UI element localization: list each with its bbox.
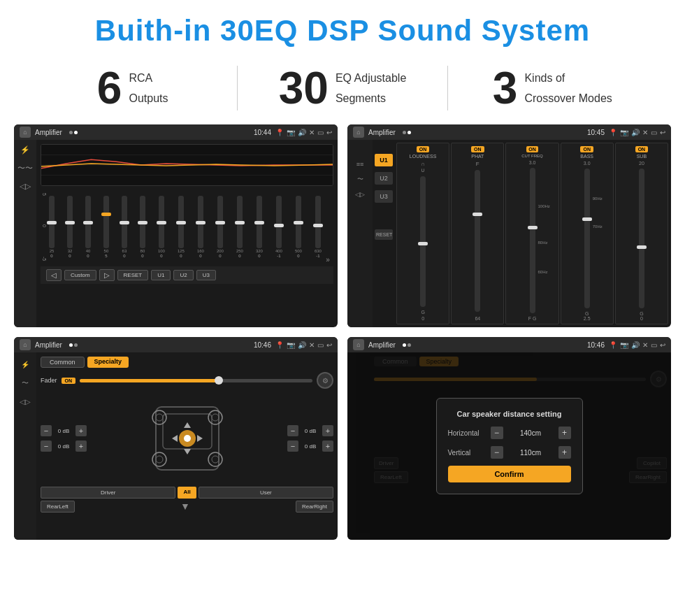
left-top-minus[interactable]: − — [41, 425, 52, 436]
eq-slider-14[interactable]: 630 -1 — [315, 196, 322, 258]
horizontal-minus[interactable]: − — [491, 427, 503, 439]
right-top-plus[interactable]: + — [322, 425, 333, 436]
sub-toggle[interactable]: ON — [635, 146, 649, 152]
camera-icon-4: 📷 — [620, 341, 628, 349]
bass-toggle[interactable]: ON — [580, 146, 593, 152]
horizontal-label: Horizontal — [448, 429, 486, 437]
vertical-plus[interactable]: + — [558, 446, 571, 459]
eq-slider-12[interactable]: 400 -1 — [275, 196, 282, 258]
vertical-minus[interactable]: − — [491, 446, 503, 459]
left-bot-plus[interactable]: + — [75, 440, 87, 452]
wave-icon[interactable]: 〜〜 — [17, 163, 33, 173]
minimize-icon: ▭ — [317, 129, 324, 136]
left-bot-minus[interactable]: − — [41, 440, 52, 452]
horizontal-row: Horizontal − 140cm + — [448, 427, 571, 439]
eq-slider-9[interactable]: 200 0 — [217, 196, 224, 258]
svg-marker-18 — [172, 435, 178, 442]
reset-button[interactable]: RESET — [375, 229, 393, 240]
stat-crossover-number: 3 — [493, 66, 518, 110]
eq-slider-3[interactable]: 50 5 — [103, 196, 109, 258]
user-btn[interactable]: User — [199, 487, 333, 499]
wave-icon-3[interactable]: 〜 — [22, 378, 29, 388]
vertical-row: Vertical − 110cm + — [448, 446, 571, 459]
cutfreq-toggle[interactable]: ON — [526, 146, 538, 152]
home-icon-4[interactable]: ⌂ — [353, 339, 364, 350]
eq-slider-8[interactable]: 160 0 — [197, 196, 204, 258]
back-icon: ↩ — [326, 129, 332, 136]
phat-toggle[interactable]: ON — [471, 146, 484, 152]
rearright-btn[interactable]: RearRight — [296, 501, 333, 513]
eq-slider-13[interactable]: 500 0 — [295, 196, 302, 258]
crossover-status-bar: ⌂ Amplifier 10:45 📍 📷 🔊 ✕ ▭ ↩ — [347, 124, 671, 140]
svg-point-11 — [156, 456, 163, 463]
eq-reset-btn[interactable]: RESET — [117, 270, 149, 280]
equalizer-icon[interactable]: ⚡ — [20, 145, 30, 155]
eq-slider-2[interactable]: 40 0 — [85, 196, 91, 258]
all-btn[interactable]: All — [178, 487, 196, 499]
stat-crossover-label1: Kinds of — [524, 66, 612, 86]
eq-screen-inner: ⚡ 〜〜 ◁▷ — [14, 140, 338, 327]
right-bot-minus[interactable]: − — [287, 440, 298, 452]
svg-point-15 — [184, 435, 191, 442]
home-icon-3[interactable]: ⌂ — [20, 339, 31, 350]
distance-title: Amplifier — [368, 341, 396, 349]
eq-slider-1[interactable]: 32 0 — [67, 196, 73, 258]
dot2 — [74, 131, 78, 134]
u2-button[interactable]: U2 — [375, 172, 393, 185]
eq-next-btn[interactable]: ▷ — [99, 269, 115, 281]
loudness-toggle[interactable]: ON — [417, 146, 430, 152]
common-tab[interactable]: Common — [41, 357, 85, 368]
u1-button[interactable]: U1 — [375, 154, 393, 166]
eq-u1-btn[interactable]: U1 — [151, 270, 171, 280]
stat-eq: 30 EQ Adjustable Segments — [238, 66, 447, 110]
ddot1 — [403, 343, 406, 347]
down-arrow-icon: ▼ — [180, 501, 190, 513]
speaker-icon[interactable]: ◁▷ — [20, 182, 31, 191]
close-icon-4: ✕ — [642, 341, 648, 349]
driver-btn[interactable]: Driver — [41, 487, 175, 499]
minimize-icon-2: ▭ — [651, 129, 657, 136]
rearleft-btn[interactable]: RearLeft — [41, 501, 75, 513]
eq-u2-btn[interactable]: U2 — [173, 270, 193, 280]
page-title: Buith-in 30EQ DSP Sound System — [0, 0, 685, 59]
speaker-icon-3[interactable]: ◁▷ — [20, 398, 31, 406]
eq-slider-0[interactable]: 25 0 — [49, 196, 55, 258]
eq-u3-btn[interactable]: U3 — [196, 270, 216, 280]
eq-slider-11[interactable]: 320 0 — [256, 196, 263, 258]
volume-icon-3: 🔊 — [298, 341, 306, 349]
confirm-button[interactable]: Confirm — [448, 466, 571, 482]
u3-button[interactable]: U3 — [375, 190, 393, 203]
home-icon-2[interactable]: ⌂ — [353, 127, 364, 138]
cdot2 — [408, 131, 411, 134]
right-bot-plus[interactable]: + — [322, 440, 333, 452]
left-top-plus[interactable]: + — [75, 425, 87, 436]
eq-slider-10[interactable]: 250 0 — [236, 196, 243, 258]
eq-slider-7[interactable]: 125 0 — [178, 196, 185, 258]
settings-icon[interactable]: ⚙ — [317, 372, 333, 389]
eq-left-panel: ⚡ 〜〜 ◁▷ — [14, 140, 36, 327]
left-top-db: 0 dB — [53, 428, 74, 434]
eq-icon-3[interactable]: ⚡ — [21, 361, 29, 368]
stat-rca: 6 RCA Outputs — [28, 66, 238, 110]
eq-bottom-bar: ◁ Custom ▷ RESET U1 U2 U3 — [41, 266, 333, 284]
volume-icon: 🔊 — [298, 129, 306, 136]
right-top-minus[interactable]: − — [287, 425, 298, 436]
back-icon-2: ↩ — [660, 129, 665, 136]
home-icon[interactable]: ⌂ — [20, 127, 31, 138]
fader-label: Fader — [41, 377, 57, 384]
specialty-tab[interactable]: Specialty — [87, 357, 129, 368]
eq-custom-btn[interactable]: Custom — [64, 270, 96, 280]
left-bot-db: 0 dB — [53, 443, 74, 450]
fader-status-bar: ⌂ Amplifier 10:46 📍 📷 🔊 ✕ ▭ ↩ — [14, 337, 338, 352]
eq-status-dots — [69, 131, 78, 134]
camera-icon: 📷 — [287, 129, 295, 136]
eq-prev-btn[interactable]: ◁ — [46, 269, 62, 281]
right-top-db: 0 dB — [300, 428, 321, 434]
eq-slider-4[interactable]: 63 0 — [122, 196, 127, 258]
close-icon-2: ✕ — [642, 129, 648, 136]
eq-slider-6[interactable]: 100 0 — [158, 196, 165, 258]
eq-slider-5[interactable]: 80 0 — [140, 196, 145, 258]
horizontal-plus[interactable]: + — [558, 427, 571, 439]
fader-toggle[interactable]: ON — [62, 378, 76, 384]
location-icon-2: 📍 — [609, 129, 617, 136]
